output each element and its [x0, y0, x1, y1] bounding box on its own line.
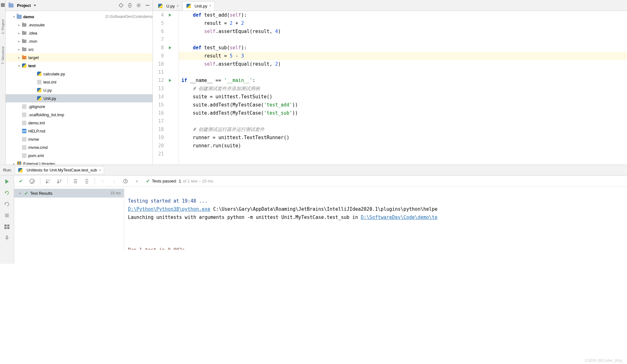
ignored-filter-icon[interactable] — [29, 178, 36, 185]
code-line[interactable]: result = 5 - 3 — [179, 52, 627, 60]
project-tool-label[interactable]: 1: Project — [1, 19, 5, 34]
console-output[interactable]: Testing started at 19:48 ... D:\Python\P… — [124, 187, 627, 250]
line-number: 6 — [153, 27, 164, 35]
code-line[interactable]: suite.addTest(MyTestCase('test_add')) — [179, 101, 627, 109]
tree-item[interactable]: demo.iml — [6, 119, 153, 127]
toggle-auto-button[interactable] — [3, 201, 10, 208]
code-line[interactable]: # 创建测试运行器并运行测试套件 — [179, 125, 627, 133]
external-libraries[interactable]: ▸External Libraries — [6, 160, 153, 165]
fold-column[interactable] — [173, 11, 179, 165]
run-line-marker — [167, 68, 173, 76]
code-line[interactable] — [179, 150, 627, 158]
rerun-failed-button[interactable] — [3, 189, 10, 196]
tab-label: Unit.py — [195, 4, 207, 8]
code-line[interactable]: suite = unittest.TestSuite() — [179, 93, 627, 101]
sort-az-icon[interactable]: az — [45, 178, 52, 185]
code-editor[interactable]: 456789101112131415161718192021 def test_… — [153, 11, 627, 165]
close-icon[interactable]: × — [209, 4, 211, 8]
line-number: 15 — [153, 101, 164, 109]
project-selector-label[interactable]: Project — [17, 3, 31, 8]
line-number: 14 — [153, 93, 164, 101]
code-line[interactable]: self.assertEqual(result, 2) — [179, 60, 627, 68]
code-line[interactable]: self.assertEqual(result, 4) — [179, 27, 627, 35]
run-line-marker[interactable] — [167, 76, 173, 84]
check-icon: ✔ — [24, 190, 28, 196]
stop-button[interactable] — [3, 212, 10, 219]
tree-item[interactable]: mvnw.cmd — [6, 143, 153, 151]
run-line-marker — [167, 93, 173, 101]
tree-item[interactable]: ▾test — [6, 62, 153, 70]
tree-item[interactable]: ▸.idea — [6, 29, 153, 37]
code-line[interactable]: runner.run(suite) — [179, 142, 627, 150]
fold-marker — [173, 93, 179, 101]
tree-item[interactable]: U.py — [6, 86, 153, 94]
console-link-exe[interactable]: D:\Python\Python38\python.exe — [128, 206, 210, 212]
editor-tab[interactable]: U.py× — [154, 1, 182, 11]
code-line[interactable]: if __name__ == '__main__': — [179, 76, 627, 84]
code-line[interactable]: def test_sub(self): — [179, 44, 627, 52]
collapse-all-icon[interactable] — [127, 3, 132, 8]
project-root[interactable]: ▾demoD:\SoftwareDev\Code\demo — [6, 13, 153, 21]
tree-item[interactable]: test.iml — [6, 78, 153, 86]
gear-icon[interactable] — [136, 3, 141, 8]
fold-marker — [173, 109, 179, 117]
code-line[interactable]: def test_add(self): — [179, 11, 627, 19]
tree-item[interactable]: mvnw — [6, 135, 153, 143]
project-panel-header: Project — [6, 0, 153, 11]
prev-failed-icon[interactable]: ↑ — [99, 178, 106, 185]
run-line-marker[interactable] — [167, 11, 173, 19]
tree-item[interactable]: ▸target — [6, 53, 153, 62]
run-button[interactable] — [3, 178, 10, 185]
test-results-root[interactable]: ▾ ✔ Test Results 15 ms — [14, 189, 124, 198]
fold-marker — [173, 117, 179, 125]
collapse-all-icon-2[interactable] — [83, 178, 90, 185]
run-line-marker — [167, 125, 173, 133]
run-line-marker[interactable] — [167, 44, 173, 52]
code-content[interactable]: def test_add(self): result = 2 + 2 self.… — [179, 11, 627, 165]
more-icon[interactable]: » — [133, 178, 140, 185]
chevron-down-icon[interactable] — [34, 5, 36, 6]
close-icon[interactable]: × — [177, 4, 179, 8]
code-line[interactable] — [179, 35, 627, 44]
chevron-down-icon[interactable]: ▾ — [17, 192, 22, 195]
code-line[interactable] — [179, 68, 627, 76]
test-results-label: Test Results — [30, 191, 53, 196]
layout-button[interactable] — [3, 223, 10, 230]
code-line[interactable] — [179, 117, 627, 125]
run-config-tab[interactable]: Unittests for Unit.MyTestCase.test_sub × — [15, 166, 104, 174]
tree-item[interactable]: .gitignore — [6, 102, 153, 111]
line-number: 13 — [153, 84, 164, 93]
test-toolbar: ✔ az ↑ ↓ » ✔ Tests passed: — [14, 176, 627, 187]
test-results-tree[interactable]: ▾ ✔ Test Results 15 ms — [14, 187, 124, 250]
next-failed-icon[interactable]: ↓ — [111, 178, 118, 185]
project-tree[interactable]: ▾demoD:\SoftwareDev\Code\demo▸.evosuite▸… — [6, 11, 153, 165]
tree-item[interactable]: calculate.py — [6, 70, 153, 78]
strip-icon[interactable] — [1, 3, 5, 7]
code-line[interactable]: # 创建测试套件并添加测试用例 — [179, 84, 627, 93]
svg-line-14 — [140, 4, 140, 4]
tree-item[interactable]: ▸.mvn — [6, 37, 153, 45]
svg-line-12 — [140, 6, 140, 7]
tree-item[interactable]: ▸src — [6, 45, 153, 53]
tree-item[interactable]: Unit.py — [6, 94, 153, 102]
tree-item[interactable]: ▸.evosuite — [6, 21, 153, 29]
locate-icon[interactable] — [119, 3, 124, 8]
passed-filter-icon[interactable]: ✔ — [17, 178, 24, 185]
pin-button[interactable] — [3, 235, 10, 242]
sort-duration-icon[interactable] — [56, 178, 63, 185]
tree-item[interactable]: MDHELP.md — [6, 127, 153, 135]
run-markers[interactable] — [167, 11, 173, 165]
tree-item[interactable]: pom.xml — [6, 151, 153, 160]
hide-icon[interactable] — [145, 3, 150, 8]
console-link-dir[interactable]: D:\SoftwareDev\Code\demo\te — [361, 215, 438, 220]
code-line[interactable]: result = 2 + 2 — [179, 19, 627, 27]
structure-tool-label[interactable]: 7: Structure — [1, 46, 5, 64]
tree-item[interactable]: .scaffolding_list.tmp — [6, 111, 153, 119]
editor-tab[interactable]: Unit.py× — [182, 1, 215, 11]
code-line[interactable]: suite.addTest(MyTestCase('test_sub')) — [179, 109, 627, 117]
fold-marker — [173, 76, 179, 84]
expand-all-icon[interactable] — [72, 178, 79, 185]
history-icon[interactable] — [122, 178, 129, 185]
code-line[interactable]: runner = unittest.TextTestRunner() — [179, 133, 627, 142]
close-icon[interactable]: × — [99, 168, 101, 172]
